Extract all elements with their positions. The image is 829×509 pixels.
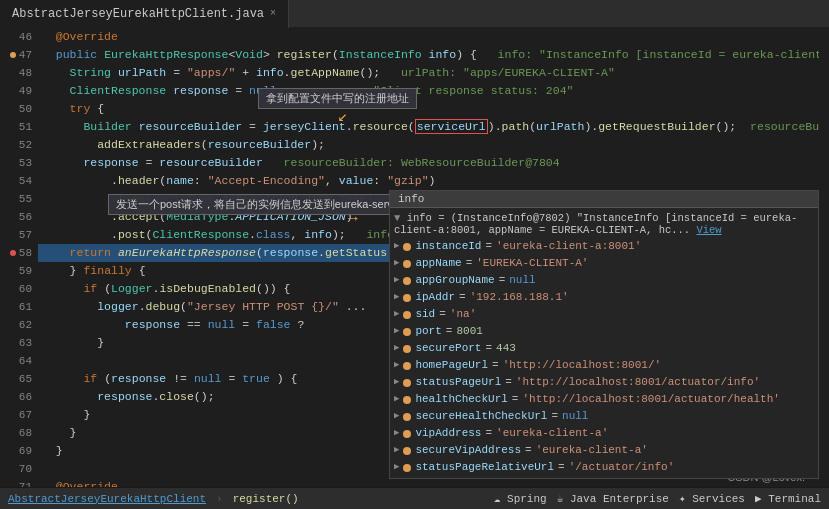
code-line-50: try {	[38, 100, 819, 118]
line-62: 62	[0, 316, 32, 334]
info-row-appName: ▶ appName='EUREKA-CLIENT-A'	[390, 255, 818, 272]
line-66: 66	[0, 388, 32, 406]
tab-bar: AbstractJerseyEurekaHttpClient.java ×	[0, 0, 829, 28]
cn-arrow-1: ↙	[338, 106, 348, 126]
info-row-port: ▶ port=8001	[390, 323, 818, 340]
line-64: 64	[0, 352, 32, 370]
code-line-52: addExtraHeaders(resourceBuilder);	[38, 136, 819, 154]
code-line-53: response = resourceBuilder resourceBuild…	[38, 154, 819, 172]
info-row-homePageUrl: ▶ homePageUrl='http://localhost:8001/'	[390, 357, 818, 374]
line-58: 58	[0, 244, 32, 262]
info-panel-body[interactable]: ▼ info = (InstanceInfo@7802) "InstanceIn…	[390, 208, 818, 478]
status-terminal[interactable]: ▶ Terminal	[755, 492, 821, 505]
line-67: 67	[0, 406, 32, 424]
line-61: 61	[0, 298, 32, 316]
line-56: 56	[0, 208, 32, 226]
code-line-46: @Override	[38, 28, 819, 46]
code-line-49: ClientResponse response = null; response…	[38, 82, 819, 100]
code-line-48: String urlPath = "apps/" + info.getAppNa…	[38, 64, 819, 82]
info-row-statusPageUrl: ▶ statusPageUrl='http://localhost:8001/a…	[390, 374, 818, 391]
status-java[interactable]: ☕ Java Enterprise	[557, 492, 669, 505]
line-47: 47	[0, 46, 32, 64]
line-70: 70	[0, 460, 32, 478]
line-gutter: 46 47 48 49 50 51 52 53 54 55 56 57 58 5…	[0, 28, 38, 487]
info-panel: info ▼ info = (InstanceInfo@7802) "Insta…	[389, 190, 819, 479]
editor-bottom-bar: AbstractJerseyEurekaHttpClient › registe…	[0, 487, 829, 509]
info-row-vipAddress: ▶ vipAddress='eureka-client-a'	[390, 425, 818, 442]
cn-arrow-2: →	[348, 210, 358, 228]
bottom-tab-file[interactable]: AbstractJerseyEurekaHttpClient	[8, 493, 206, 505]
code-line-47: public EurekaHttpResponse<Void> register…	[38, 46, 819, 64]
line-55: 55	[0, 190, 32, 208]
scrollbar[interactable]	[819, 28, 829, 487]
info-row-instanceId: ▶ instanceId='eureka-client-a:8001'	[390, 238, 818, 255]
line-49: 49	[0, 82, 32, 100]
info-row-healthCheckUrl: ▶ healthCheckUrl='http://localhost:8001/…	[390, 391, 818, 408]
cn-annotation-2: 发送一个post请求，将自己的实例信息发送到eureka-server上	[108, 194, 422, 215]
status-spring[interactable]: ☁ Spring	[494, 492, 547, 505]
code-area: @Override public EurekaHttpResponse<Void…	[38, 28, 819, 487]
line-59: 59	[0, 262, 32, 280]
line-46: 46	[0, 28, 32, 46]
status-services[interactable]: ✦ Services	[679, 492, 745, 505]
info-row-secureVipAddress: ▶ secureVipAddress='eureka-client-a'	[390, 442, 818, 459]
info-row-secureHealthCheckUrl: ▶ secureHealthCheckUrl=null	[390, 408, 818, 425]
info-row-sid: ▶ sid='na'	[390, 306, 818, 323]
code-line-71: @Override	[38, 478, 819, 487]
line-68: 68	[0, 424, 32, 442]
info-row-statusPageRelativeUrl: ▶ statusPageRelativeUrl='/actuator/info'	[390, 459, 818, 476]
info-row-ipAddr: ▶ ipAddr='192.168.188.1'	[390, 289, 818, 306]
bottom-tab-separator: ›	[216, 493, 223, 505]
info-row-securePort: ▶ securePort=443	[390, 340, 818, 357]
cn-annotation-1-text: 拿到配置文件中写的注册地址	[266, 92, 409, 104]
line-53: 53	[0, 154, 32, 172]
line-69: 69	[0, 442, 32, 460]
line-52: 52	[0, 136, 32, 154]
code-line-51: Builder resourceBuilder = jerseyClient.r…	[38, 118, 819, 136]
bottom-tab-method[interactable]: register()	[233, 493, 299, 505]
file-tab[interactable]: AbstractJerseyEurekaHttpClient.java ×	[0, 0, 289, 28]
line-51: 51	[0, 118, 32, 136]
main-area: 46 47 48 49 50 51 52 53 54 55 56 57 58 5…	[0, 28, 829, 487]
close-tab-icon[interactable]: ×	[270, 8, 276, 19]
line-54: 54	[0, 172, 32, 190]
info-row-appGroupName: ▶ appGroupName=null	[390, 272, 818, 289]
line-65: 65	[0, 370, 32, 388]
info-top-row: ▼ info = (InstanceInfo@7802) "InstanceIn…	[390, 210, 818, 238]
info-row-statusPageExplicitUrl: ▶ statusPageExplicitUrl='http://localhos…	[390, 476, 818, 478]
view-link[interactable]: View	[696, 224, 721, 236]
info-panel-header: info	[390, 191, 818, 208]
line-63: 63	[0, 334, 32, 352]
line-60: 60	[0, 280, 32, 298]
info-panel-title: info	[398, 193, 424, 205]
line-71: 71	[0, 478, 32, 487]
code-line-54: .header(name: "Accept-Encoding", value: …	[38, 172, 819, 190]
line-48: 48	[0, 64, 32, 82]
cn-annotation-2-text: 发送一个post请求，将自己的实例信息发送到eureka-server上	[116, 198, 414, 210]
line-50: 50	[0, 100, 32, 118]
file-tab-label: AbstractJerseyEurekaHttpClient.java	[12, 7, 264, 21]
line-57: 57	[0, 226, 32, 244]
